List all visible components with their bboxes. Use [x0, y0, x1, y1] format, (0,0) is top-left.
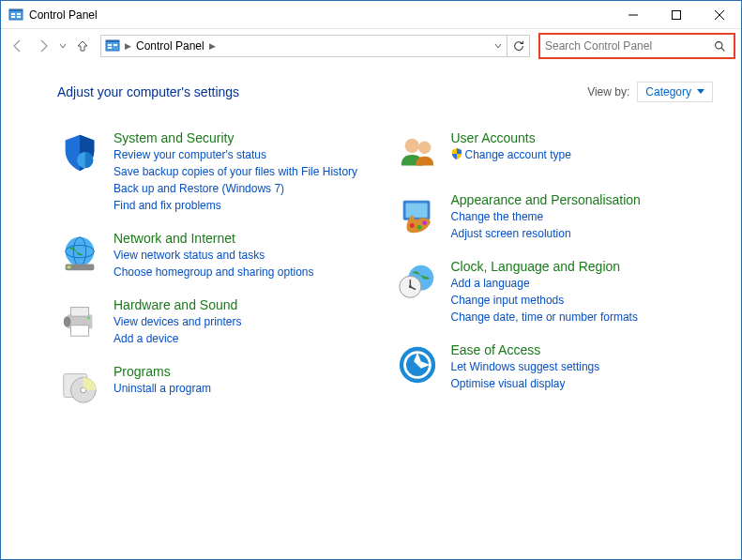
category-hardware: Hardware and Sound View devices and prin… — [57, 297, 376, 347]
category-title[interactable]: Programs — [114, 364, 376, 379]
svg-point-35 — [409, 223, 414, 228]
palette-icon — [395, 192, 440, 237]
svg-rect-5 — [17, 16, 21, 18]
category-link[interactable]: Change date, time or number formats — [451, 309, 714, 325]
category-link[interactable]: Change input methods — [451, 292, 714, 309]
category-link[interactable]: Back up and Restore (Windows 7) — [114, 180, 376, 197]
svg-rect-14 — [108, 47, 112, 49]
back-button[interactable] — [7, 35, 29, 57]
category-link[interactable]: Add a device — [114, 330, 376, 347]
window-controls — [612, 1, 741, 28]
search-highlight — [538, 33, 735, 59]
maximize-button[interactable] — [655, 1, 698, 28]
shield-icon — [57, 130, 102, 175]
chevron-right-icon[interactable]: ▶ — [125, 41, 131, 51]
category-link[interactable]: Find and fix problems — [114, 197, 376, 214]
svg-point-30 — [81, 387, 86, 393]
left-column: System and Security Review your computer… — [57, 130, 376, 426]
control-panel-icon — [8, 8, 23, 23]
right-column: User Accounts Change account type — [395, 130, 714, 426]
control-panel-address-icon — [105, 38, 120, 53]
svg-rect-22 — [68, 265, 71, 268]
category-link[interactable]: Review your computer's status — [114, 146, 376, 163]
disc-icon — [57, 364, 102, 409]
category-link[interactable]: Let Windows suggest settings — [451, 358, 714, 375]
svg-point-27 — [64, 316, 71, 327]
svg-point-36 — [416, 225, 421, 230]
svg-rect-1 — [9, 9, 23, 11]
svg-point-26 — [87, 317, 90, 320]
category-title[interactable]: User Accounts — [451, 130, 714, 145]
category-title[interactable]: Appearance and Personalisation — [451, 192, 714, 207]
svg-rect-25 — [70, 325, 88, 337]
category-title[interactable]: Clock, Language and Region — [451, 259, 714, 274]
svg-rect-4 — [11, 16, 15, 18]
svg-point-32 — [417, 142, 430, 154]
category-link[interactable]: Optimise visual display — [451, 375, 714, 392]
category-link[interactable]: View devices and printers — [114, 313, 376, 330]
category-clock-language: Clock, Language and Region Add a languag… — [395, 259, 714, 325]
category-title[interactable]: System and Security — [114, 130, 376, 145]
printer-icon — [57, 297, 102, 342]
category-link[interactable]: Choose homegroup and sharing options — [114, 264, 376, 280]
category-system-security: System and Security Review your computer… — [57, 130, 376, 214]
svg-rect-3 — [17, 13, 21, 15]
refresh-button[interactable] — [507, 36, 529, 56]
category-link[interactable]: Add a language — [451, 275, 714, 292]
svg-rect-7 — [673, 10, 681, 19]
window-title: Control Panel — [29, 8, 98, 22]
category-programs: Programs Uninstall a program — [57, 364, 376, 409]
category-appearance: Appearance and Personalisation Change th… — [395, 192, 714, 242]
chevron-right-icon[interactable]: ▶ — [209, 41, 216, 51]
category-title[interactable]: Hardware and Sound — [114, 297, 376, 312]
address-bar[interactable]: ▶ Control Panel ▶ — [100, 35, 530, 57]
globe-icon — [57, 231, 102, 276]
svg-rect-24 — [70, 308, 88, 317]
dropdown-arrow-icon — [697, 89, 704, 95]
minimize-button[interactable] — [612, 1, 655, 28]
category-title[interactable]: Network and Internet — [114, 231, 376, 246]
category-link[interactable]: Change the theme — [451, 208, 714, 225]
uac-shield-icon — [451, 147, 462, 164]
ease-of-access-icon — [395, 342, 440, 387]
svg-line-16 — [721, 48, 724, 51]
viewby-label: View by: — [587, 85, 629, 98]
svg-rect-13 — [114, 44, 117, 46]
breadcrumb-root[interactable]: Control Panel — [136, 39, 204, 53]
up-button[interactable] — [71, 35, 94, 57]
svg-point-31 — [404, 139, 418, 153]
titlebar: Control Panel — [1, 1, 741, 29]
search-input[interactable] — [545, 39, 710, 53]
forward-button[interactable] — [32, 35, 54, 57]
category-title[interactable]: Ease of Access — [451, 342, 714, 357]
svg-rect-12 — [108, 44, 112, 46]
svg-rect-2 — [11, 13, 15, 15]
category-network: Network and Internet View network status… — [57, 231, 376, 280]
users-icon — [395, 130, 440, 175]
svg-point-37 — [422, 220, 427, 225]
category-user-accounts: User Accounts Change account type — [395, 130, 714, 175]
category-link[interactable]: Change account type — [451, 146, 714, 164]
category-link[interactable]: View network status and tasks — [114, 247, 376, 264]
address-dropdown[interactable] — [490, 36, 507, 56]
content-area: Adjust your computer's settings View by:… — [1, 63, 741, 426]
viewby-select[interactable]: Category — [637, 82, 713, 102]
category-ease-of-access: Ease of Access Let Windows suggest setti… — [395, 342, 714, 392]
svg-point-15 — [715, 41, 721, 48]
history-dropdown[interactable] — [57, 35, 68, 57]
category-link[interactable]: Uninstall a program — [114, 380, 376, 397]
page-heading: Adjust your computer's settings — [57, 84, 239, 99]
search-icon[interactable] — [710, 37, 729, 55]
category-link[interactable]: Save backup copies of your files with Fi… — [114, 163, 376, 180]
svg-point-42 — [408, 285, 411, 288]
close-button[interactable] — [698, 1, 741, 28]
svg-rect-11 — [106, 40, 119, 42]
category-link[interactable]: Adjust screen resolution — [451, 225, 714, 242]
clock-globe-icon — [395, 259, 440, 304]
svg-rect-34 — [405, 204, 427, 218]
navbar: ▶ Control Panel ▶ — [1, 29, 741, 63]
svg-point-18 — [66, 237, 95, 266]
viewby-value: Category — [645, 85, 691, 98]
